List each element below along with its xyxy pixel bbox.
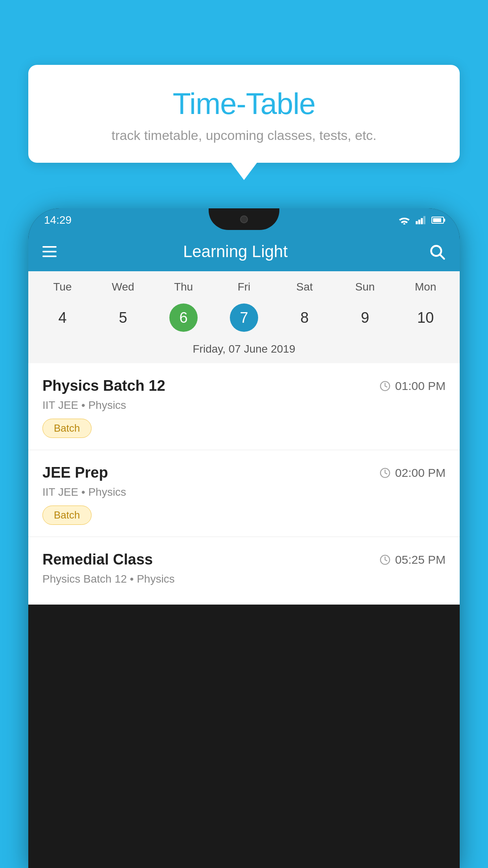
day-header-sat: Sat	[274, 281, 335, 299]
svg-point-0	[404, 223, 405, 225]
status-time: 14:29	[44, 214, 72, 226]
schedule-item-1-title: Physics Batch 12	[42, 377, 165, 394]
svg-line-6	[440, 255, 444, 259]
day-circle-5: 5	[109, 303, 137, 332]
schedule-list: Physics Batch 12 01:00 PM IIT JEE • Phys…	[28, 363, 460, 605]
day-circle-6: 6	[169, 303, 198, 332]
svg-rect-1	[416, 221, 418, 224]
day-circle-10: 10	[411, 303, 440, 332]
svg-rect-2	[418, 220, 420, 224]
schedule-item-2-time: 02:00 PM	[380, 466, 446, 480]
tooltip-card: Time-Table track timetable, upcoming cla…	[28, 65, 460, 163]
batch-badge-1: Batch	[42, 419, 92, 438]
schedule-item-3[interactable]: Remedial Class 05:25 PM Physics Batch 12…	[28, 537, 460, 605]
wifi-icon	[398, 216, 410, 224]
battery-icon	[431, 217, 444, 224]
status-bar: 14:29	[28, 208, 460, 232]
day-header-tue: Tue	[32, 281, 93, 299]
clock-icon-2	[380, 467, 391, 478]
schedule-item-3-time: 05:25 PM	[380, 553, 446, 566]
day-cell-10[interactable]: 10	[395, 299, 456, 337]
clock-icon-1	[380, 381, 391, 392]
day-header-fri: Fri	[214, 281, 274, 299]
calendar-strip: Tue Wed Thu Fri Sat Sun Mon 4 5 6 7 8 9 …	[28, 271, 460, 363]
day-header-thu: Thu	[153, 281, 214, 299]
schedule-item-3-subtitle: Physics Batch 12 • Physics	[42, 573, 446, 585]
schedule-item-3-header: Remedial Class 05:25 PM	[42, 551, 446, 568]
schedule-item-3-title: Remedial Class	[42, 551, 153, 568]
svg-rect-3	[421, 218, 423, 224]
schedule-item-2-header: JEE Prep 02:00 PM	[42, 464, 446, 481]
batch-badge-2: Batch	[42, 506, 92, 525]
schedule-item-1-time: 01:00 PM	[380, 379, 446, 393]
schedule-item-2-subtitle: IIT JEE • Physics	[42, 486, 446, 498]
day-header-wed: Wed	[93, 281, 153, 299]
camera-dot	[240, 215, 248, 223]
phone-frame: 14:29 Lea	[28, 208, 460, 868]
app-bar-title: Learning Light	[68, 242, 402, 261]
search-icon[interactable]	[428, 243, 446, 260]
schedule-item-2[interactable]: JEE Prep 02:00 PM IIT JEE • Physics Batc…	[28, 450, 460, 537]
day-headers: Tue Wed Thu Fri Sat Sun Mon	[28, 281, 460, 299]
day-header-mon: Mon	[395, 281, 456, 299]
schedule-item-2-title: JEE Prep	[42, 464, 108, 481]
date-label: Friday, 07 June 2019	[28, 337, 460, 363]
day-numbers: 4 5 6 7 8 9 10	[28, 299, 460, 337]
schedule-item-1[interactable]: Physics Batch 12 01:00 PM IIT JEE • Phys…	[28, 363, 460, 450]
hamburger-line-3	[42, 256, 57, 257]
day-header-sun: Sun	[335, 281, 395, 299]
status-icons	[398, 216, 444, 224]
clock-icon-3	[380, 554, 391, 565]
notch	[209, 208, 279, 230]
day-cell-7[interactable]: 7	[214, 299, 274, 337]
day-circle-7: 7	[230, 303, 258, 332]
tooltip-subtitle: track timetable, upcoming classes, tests…	[52, 128, 436, 143]
day-cell-4[interactable]: 4	[32, 299, 93, 337]
day-cell-5[interactable]: 5	[93, 299, 153, 337]
hamburger-line-1	[42, 246, 57, 248]
svg-rect-4	[424, 216, 426, 224]
day-circle-8: 8	[290, 303, 319, 332]
day-cell-8[interactable]: 8	[274, 299, 335, 337]
day-circle-4: 4	[48, 303, 77, 332]
app-bar: Learning Light	[28, 232, 460, 271]
day-circle-9: 9	[351, 303, 379, 332]
hamburger-menu-icon[interactable]	[42, 246, 57, 257]
tooltip-title: Time-Table	[52, 86, 436, 121]
schedule-item-1-header: Physics Batch 12 01:00 PM	[42, 377, 446, 394]
hamburger-line-2	[42, 251, 57, 252]
signal-icon	[416, 216, 426, 224]
day-cell-6[interactable]: 6	[153, 299, 214, 337]
schedule-item-1-subtitle: IIT JEE • Physics	[42, 399, 446, 412]
phone-content: Tue Wed Thu Fri Sat Sun Mon 4 5 6 7 8 9 …	[28, 271, 460, 605]
day-cell-9[interactable]: 9	[335, 299, 395, 337]
